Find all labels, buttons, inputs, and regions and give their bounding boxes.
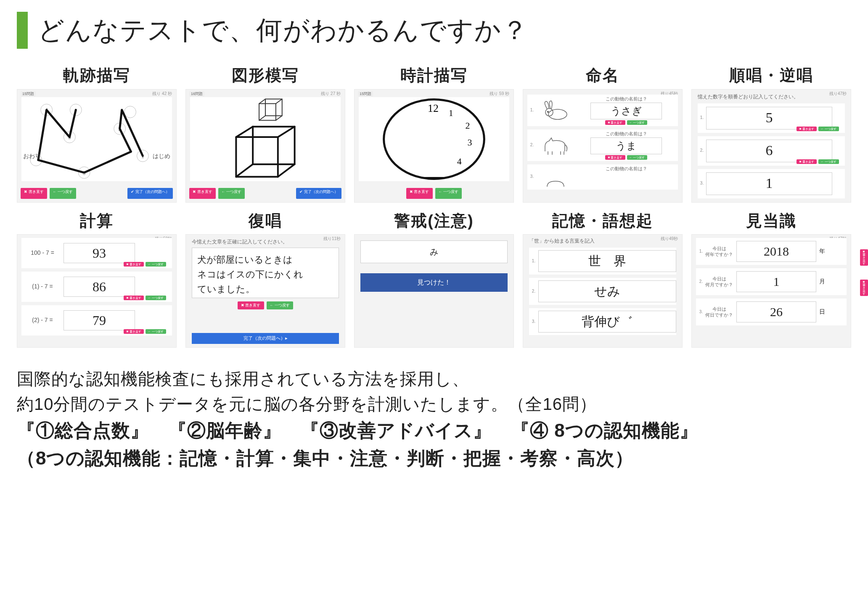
answer-input[interactable]: 6 xyxy=(706,140,832,162)
rewrite-button[interactable]: ✖ 書き直す xyxy=(406,188,433,199)
card-title: 順唱・逆唱 xyxy=(691,66,851,86)
svg-line-16 xyxy=(276,99,282,103)
panel: 残り47秒 1. 今日は 何年ですか？ 2018 年 ✖ 書き直す← 一つ戻す … xyxy=(691,234,851,348)
label-end: おわり xyxy=(23,153,41,160)
panel: 16問題 残り 27 秒 xyxy=(185,89,345,203)
row-index: 1. xyxy=(527,108,537,113)
line: 犬が部屋にいるときは xyxy=(197,254,293,265)
answer-input[interactable]: うま xyxy=(590,137,662,154)
answer-input[interactable]: 86 xyxy=(64,277,135,297)
answer-input[interactable]: せみ xyxy=(538,280,676,302)
undo-button[interactable]: ← 一つ戻す xyxy=(146,296,166,300)
horse-icon xyxy=(537,134,574,157)
answer-input[interactable]: うさぎ xyxy=(590,103,662,119)
found-button[interactable]: 見つけた！ xyxy=(360,273,508,292)
rewrite-button[interactable]: ✖ 書き直す xyxy=(860,249,868,266)
label-start: はじめ xyxy=(153,153,170,160)
svg-text:3: 3 xyxy=(468,137,472,147)
row-index: 2. xyxy=(529,289,538,294)
drawing-canvas[interactable]: 1 2 3 4 5 はじめ おわり xyxy=(21,97,172,181)
done-button[interactable]: ✔ 完了（次の問題へ） xyxy=(127,188,173,199)
rewrite-button[interactable]: ✖ 書き直す xyxy=(605,155,625,160)
timer-label: 残り 59 秒 xyxy=(490,91,509,97)
orientation-question: 今日は 何日ですか？ xyxy=(704,306,734,318)
question-badge: 16問題 xyxy=(189,91,204,97)
answer-input[interactable]: 93 xyxy=(64,243,135,263)
row-index: 1. xyxy=(698,115,706,121)
rewrite-button[interactable]: ✖ 書き直す xyxy=(238,301,264,309)
answer-input[interactable]: 犬が部屋にいるときは ネコはイスの下にかくれ ていました。 xyxy=(192,248,339,298)
svg-line-18 xyxy=(276,116,282,120)
answer-input[interactable]: 背伸び゛ xyxy=(538,311,676,333)
rabbit-icon xyxy=(537,99,574,122)
rewrite-button[interactable]: ✖ 書き直す xyxy=(860,280,868,296)
row-index: 3. xyxy=(529,319,538,325)
card-title: 計算 xyxy=(17,211,177,231)
calc-row: 100 - 7 = 93 ✖ 書き直す← 一つ戻す xyxy=(21,238,172,268)
unit-label: 月 xyxy=(816,278,828,285)
card-naming: 命名 残り45秒 1. この動物の名前は？ うさぎ ✖ 書き直す← 一つ戻す 2… xyxy=(523,66,683,203)
row-index: 2. xyxy=(698,279,704,285)
answer-input[interactable]: 26 xyxy=(736,301,816,322)
finish-button[interactable]: 完了（次の問題へ）▸ xyxy=(192,333,339,344)
description-block: 国際的な認知機能検査にも採用されている方法を採用し、 約10分間のテストデータを… xyxy=(17,366,851,472)
timer-label: 残り 27 秒 xyxy=(321,91,341,97)
trail-drawing: 1 2 3 4 5 xyxy=(21,97,172,181)
orientation-row: 2. 今日は 何月ですか？ 1 月 ✖ 書き直す← 一つ戻す xyxy=(696,268,847,295)
undo-button[interactable]: ← 一つ戻す xyxy=(818,127,839,131)
rewrite-button[interactable]: ✖ 書き直す xyxy=(189,188,216,199)
naming-row: 1. この動物の名前は？ うさぎ ✖ 書き直す← 一つ戻す xyxy=(527,95,678,126)
question-badge: 15問題 xyxy=(358,91,373,97)
svg-rect-13 xyxy=(259,103,276,120)
calc-question: 100 - 7 = xyxy=(21,249,64,257)
undo-button[interactable]: ← 一つ戻す xyxy=(267,301,294,309)
svg-text:12: 12 xyxy=(428,102,439,114)
rewrite-button[interactable]: ✖ 書き直す xyxy=(21,188,47,199)
panel: 15問題 残り 42 秒 1 2 3 4 5 はじめ xyxy=(17,89,177,203)
undo-button[interactable]: ← 一つ戻す xyxy=(146,329,166,334)
undo-button[interactable]: ← 一つ戻す xyxy=(627,155,648,160)
undo-button[interactable]: ← 一つ戻す xyxy=(50,188,77,199)
rewrite-button[interactable]: ✖ 書き直す xyxy=(124,262,144,267)
undo-button[interactable]: ← 一つ戻す xyxy=(818,159,839,164)
undo-button[interactable]: ← 一つ戻す xyxy=(627,120,648,125)
card-title: 図形模写 xyxy=(185,66,345,86)
drawing-canvas[interactable] xyxy=(190,97,341,181)
card-title: 復唱 xyxy=(185,211,345,231)
rewrite-button[interactable]: ✖ 書き直す xyxy=(124,296,144,300)
panel: 15問題 残り 59 秒 12 1 2 3 4 ✖ 書き直す ← 一つ戻す xyxy=(354,89,514,203)
rewrite-button[interactable]: ✖ 書き直す xyxy=(797,127,817,131)
rewrite-button[interactable]: ✖ 書き直す xyxy=(605,120,625,125)
rewrite-button[interactable]: ✖ 書き直す xyxy=(124,329,144,334)
desc-line: 国際的な認知機能検査にも採用されている方法を採用し、 xyxy=(17,366,851,391)
svg-text:4: 4 xyxy=(457,156,462,166)
drawing-canvas[interactable]: 12 1 2 3 4 xyxy=(359,97,509,181)
answer-input[interactable]: 世 界 xyxy=(538,250,676,272)
line: ネコはイスの下にかくれ xyxy=(197,269,303,280)
panel: 残り11秒 今憶えた文章を正確に記入してください。 犬が部屋にいるときは ネコは… xyxy=(185,234,345,348)
rewrite-button[interactable]: ✖ 書き直す xyxy=(797,159,817,164)
svg-point-28 xyxy=(548,111,549,113)
answer-input[interactable]: 79 xyxy=(64,310,135,330)
panel: 残り45秒 1. この動物の名前は？ うさぎ ✖ 書き直す← 一つ戻す 2. xyxy=(523,89,683,203)
panel: み 見つけた！ xyxy=(354,234,514,348)
undo-button[interactable]: ← 一つ戻す xyxy=(218,188,245,199)
answer-input[interactable]: 2018 xyxy=(736,241,816,262)
done-button[interactable]: ✔ 完了（次の問題へ） xyxy=(296,188,341,199)
answer-input[interactable]: 1 xyxy=(706,172,832,195)
svg-text:1: 1 xyxy=(449,108,453,118)
card-title: 時計描写 xyxy=(354,66,514,86)
svg-rect-14 xyxy=(265,99,282,116)
row-index: 3. xyxy=(698,181,706,186)
undo-button[interactable]: ← 一つ戻す xyxy=(435,188,462,199)
card-fluency: 記憶・語想起 残り49秒 「世」から始まる言葉を記入 1. 世 界 2. せみ … xyxy=(523,211,683,348)
answer-input[interactable]: 5 xyxy=(706,107,832,129)
timer-label: 残り49秒 xyxy=(661,236,678,242)
stimulus-display: み xyxy=(360,240,508,263)
unit-label: 年 xyxy=(816,248,828,255)
undo-button[interactable]: ← 一つ戻す xyxy=(146,262,166,267)
line: ていました。 xyxy=(197,284,255,294)
button-row: ✖ 書き直す ← 一つ戻す ✔ 完了（次の問題へ） xyxy=(21,188,173,199)
timer-label: 残り11秒 xyxy=(323,236,341,242)
answer-input[interactable]: 1 xyxy=(736,271,816,292)
